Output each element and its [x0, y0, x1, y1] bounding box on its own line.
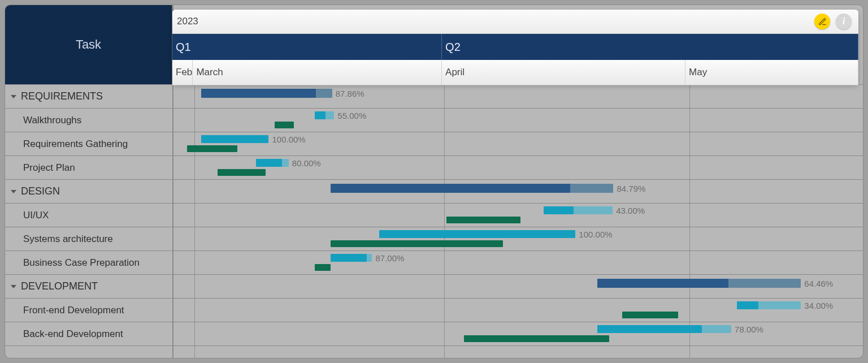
summary-bar[interactable] [331, 184, 570, 193]
month-cell: April [442, 60, 685, 85]
task-label: UI/UX [11, 204, 172, 227]
baseline-bar[interactable] [275, 122, 294, 128]
month-cell: March [193, 60, 442, 85]
toolbar: i [814, 14, 852, 29]
progress-bar[interactable] [256, 159, 282, 167]
timescale-quarters: Q1Q2 [172, 34, 858, 60]
chevron-down-icon[interactable] [11, 285, 16, 288]
baseline-bar[interactable] [464, 335, 609, 342]
task-row[interactable]: UI/UX [5, 203, 172, 227]
task-rows: REQUIREMENTSWalkthroughsRequirements Gat… [5, 84, 172, 358]
percent-label: 34.00% [804, 301, 833, 310]
progress-bar[interactable] [315, 111, 326, 119]
task-row[interactable]: Project Plan [5, 155, 172, 179]
info-icon: i [843, 16, 845, 27]
chevron-down-icon[interactable] [11, 95, 16, 98]
percent-label: 64.46% [804, 279, 833, 288]
gantt-chart: 2023 i Q1Q2 FebMarchAprilMay Task REQUIR… [5, 5, 863, 358]
baseline-bar[interactable] [331, 240, 503, 247]
baseline-bar[interactable] [315, 264, 331, 271]
month-cell: Feb [172, 60, 193, 85]
month-cell: May [685, 60, 858, 85]
task-label: Front-end Development [11, 299, 172, 322]
gantt-bars-area[interactable]: 87.86%55.00%100.00%80.00%84.79%43.00%100… [173, 84, 863, 358]
percent-label: 43.00% [616, 206, 645, 215]
task-label: Back-end Development [11, 322, 172, 345]
task-label: Business Case Preparation [11, 251, 172, 274]
progress-bar[interactable] [201, 135, 269, 143]
baseline-bar[interactable] [446, 217, 520, 223]
info-button[interactable]: i [836, 14, 852, 29]
percent-label: 100.00% [272, 135, 305, 144]
task-row[interactable]: Business Case Preparation [5, 250, 172, 274]
progress-bar[interactable] [331, 254, 367, 262]
baseline-bar[interactable] [187, 145, 237, 152]
timescale: 2023 i Q1Q2 FebMarchAprilMay [172, 10, 858, 84]
task-row[interactable]: Front-end Development [5, 298, 172, 322]
task-header: Task [5, 5, 172, 84]
summary-bar[interactable] [201, 89, 316, 98]
percent-label: 78.00% [735, 325, 763, 334]
chevron-down-icon[interactable] [11, 190, 16, 193]
year-label: 2023 [177, 16, 198, 27]
task-header-label: Task [76, 37, 101, 52]
task-label: Systems architecture [11, 227, 172, 250]
group-row[interactable]: REQUIREMENTS [5, 84, 172, 108]
pencil-icon [818, 18, 827, 26]
edit-button[interactable] [814, 14, 830, 29]
progress-bar[interactable] [544, 206, 573, 214]
baseline-bar[interactable] [218, 169, 266, 176]
task-label: REQUIREMENTS [11, 85, 172, 108]
percent-label: 80.00% [292, 158, 321, 168]
timescale-months: FebMarchAprilMay [172, 60, 858, 85]
task-label: DESIGN [11, 180, 172, 203]
percent-label: 100.00% [579, 230, 612, 239]
progress-bar[interactable] [379, 230, 576, 238]
task-label: Requirements Gathering [11, 132, 172, 155]
task-panel: Task REQUIREMENTSWalkthroughsRequirement… [5, 5, 172, 358]
percent-label: 84.79% [617, 184, 645, 193]
group-row[interactable]: DESIGN [5, 179, 172, 203]
quarter-cell: Q2 [442, 34, 858, 60]
task-row[interactable]: Walkthroughs [5, 108, 172, 132]
task-label: Walkthroughs [11, 109, 172, 132]
task-label: DEVELOPMENT [11, 275, 172, 298]
progress-bar[interactable] [737, 301, 759, 309]
timescale-year-row: 2023 i [172, 10, 858, 34]
summary-bar[interactable] [597, 279, 728, 288]
task-label: Project Plan [11, 156, 172, 179]
group-row[interactable]: DEVELOPMENT [5, 274, 172, 298]
baseline-bar[interactable] [622, 312, 678, 318]
gantt-frame: 2023 i Q1Q2 FebMarchAprilMay Task REQUIR… [0, 0, 868, 363]
task-row[interactable]: Systems architecture [5, 227, 172, 250]
task-row[interactable]: Requirements Gathering [5, 132, 172, 155]
percent-label: 87.00% [375, 253, 404, 263]
progress-bar[interactable] [597, 325, 702, 333]
task-row[interactable]: Back-end Development [5, 322, 172, 345]
quarter-cell: Q1 [172, 34, 442, 60]
percent-label: 55.00% [337, 111, 366, 120]
percent-label: 87.86% [336, 89, 364, 98]
gantt-row [173, 250, 863, 274]
